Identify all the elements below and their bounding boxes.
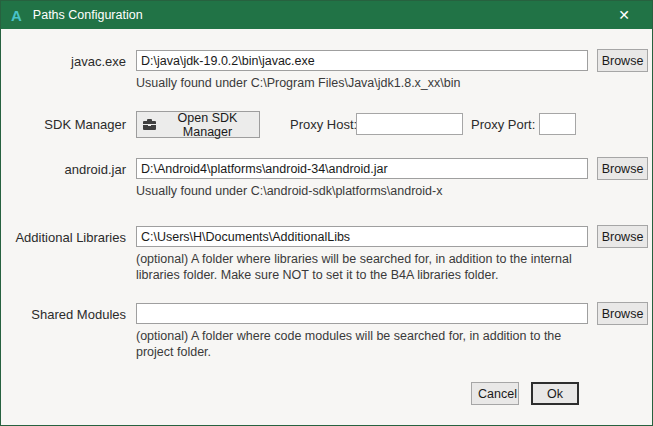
open-sdk-manager-button[interactable]: Open SDK Manager <box>136 111 260 138</box>
additional-libraries-label: Additional Libraries <box>1 230 126 245</box>
shared-modules-input[interactable] <box>136 303 588 324</box>
javac-browse-button[interactable]: Browse <box>597 49 648 72</box>
app-icon: A <box>11 7 22 24</box>
window-title: Paths Configuration <box>33 8 143 22</box>
proxy-host-label: Proxy Host: <box>290 117 357 132</box>
javac-label: javac.exe <box>1 54 126 69</box>
additional-libraries-hint: (optional) A folder where libraries will… <box>136 251 594 283</box>
toolbox-icon <box>143 119 156 130</box>
proxy-port-input[interactable] <box>539 113 576 135</box>
titlebar[interactable]: A Paths Configuration ✕ <box>1 1 652 29</box>
proxy-host-input[interactable] <box>356 113 463 135</box>
proxy-port-label: Proxy Port: <box>471 117 535 132</box>
cancel-button[interactable]: Cancel <box>471 382 519 405</box>
shared-modules-label: Shared Modules <box>1 307 126 322</box>
additional-libraries-input[interactable] <box>136 226 588 247</box>
sdk-manager-label: SDK Manager <box>1 117 126 132</box>
ok-button[interactable]: Ok <box>531 382 579 405</box>
shared-modules-hint: (optional) A folder where code modules w… <box>136 328 594 360</box>
javac-input[interactable] <box>136 50 588 71</box>
javac-hint: Usually found under C:\Program Files\Jav… <box>136 75 460 91</box>
open-sdk-manager-label: Open SDK Manager <box>162 111 253 139</box>
android-jar-hint: Usually found under C:\android-sdk\platf… <box>136 183 442 199</box>
android-jar-input[interactable] <box>136 158 588 179</box>
close-icon[interactable]: ✕ <box>608 1 640 29</box>
shared-modules-browse-button[interactable]: Browse <box>597 302 648 325</box>
paths-configuration-dialog: A Paths Configuration ✕ javac.exe Browse… <box>0 0 653 426</box>
android-jar-browse-button[interactable]: Browse <box>597 157 648 180</box>
android-jar-label: android.jar <box>1 162 126 177</box>
additional-libraries-browse-button[interactable]: Browse <box>597 225 648 248</box>
